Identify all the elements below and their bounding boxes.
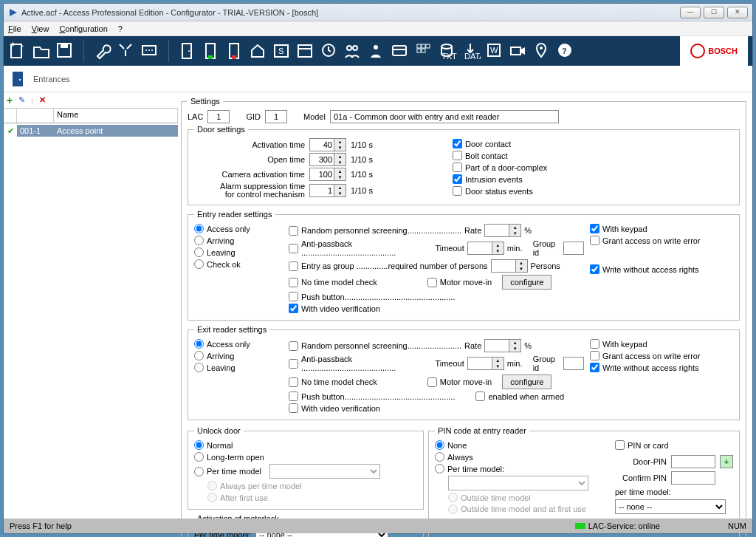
location-icon[interactable] (532, 41, 551, 61)
confirm-pin-field[interactable] (671, 471, 715, 485)
list-item[interactable]: ✔ 001-1 Access point (4, 123, 178, 138)
entry-motor-check[interactable] (427, 278, 437, 287)
wrench-icon[interactable] (93, 41, 112, 61)
help-icon[interactable]: ? (556, 41, 575, 61)
exit-write-check[interactable] (590, 363, 599, 372)
door-green-icon[interactable] (202, 41, 221, 61)
users-icon[interactable] (343, 41, 362, 61)
entry-timeout-spinner[interactable]: ▲▼ (467, 242, 504, 255)
pin-none-radio[interactable] (435, 440, 444, 450)
svg-point-9 (188, 50, 190, 52)
calendar-icon[interactable] (296, 41, 315, 61)
entry-leaving-radio[interactable] (194, 247, 204, 257)
entry-access-radio[interactable] (194, 224, 204, 233)
door-complex-check[interactable] (453, 163, 462, 172)
edit-button[interactable]: ✎ (18, 95, 25, 105)
pin-or-card-check[interactable] (615, 440, 625, 450)
exit-push-check[interactable] (289, 391, 298, 401)
exit-video-check[interactable] (289, 403, 298, 413)
bolt-contact-check[interactable] (453, 151, 462, 160)
clock-icon[interactable] (320, 41, 339, 61)
exit-grant-check[interactable] (590, 351, 599, 360)
db-icon[interactable]: TXT (438, 41, 457, 61)
door-red-icon[interactable] (225, 41, 244, 61)
intrusion-check[interactable] (453, 174, 462, 184)
menu-view[interactable]: View (32, 24, 49, 33)
open-time-spinner[interactable]: ▲▼ (309, 153, 346, 166)
exit-notime-check[interactable] (289, 377, 298, 387)
new-icon[interactable]: ✦ (8, 41, 27, 61)
lac-field[interactable] (207, 110, 230, 123)
door-pin-add-button[interactable]: + (720, 455, 733, 468)
keypad-icon[interactable] (414, 41, 433, 61)
menu-configuration[interactable]: Configuration (59, 24, 107, 33)
svg-rect-3 (61, 44, 68, 48)
door-status-check[interactable] (453, 186, 462, 196)
exit-groupid-field[interactable] (563, 357, 584, 370)
status-help: Press F1 for help (10, 521, 72, 530)
exit-leaving-radio[interactable] (194, 363, 204, 372)
entry-arriving-radio[interactable] (194, 236, 204, 245)
schedule-icon[interactable]: S (272, 41, 292, 61)
unlock-pertime-select (269, 464, 380, 479)
home-icon[interactable] (249, 41, 268, 61)
add-button[interactable]: + (7, 95, 13, 106)
save-icon[interactable] (55, 41, 75, 61)
entry-random-check[interactable] (289, 226, 298, 236)
entry-grant-check[interactable] (590, 236, 599, 245)
door-contact-check[interactable] (453, 139, 462, 148)
delete-button[interactable]: ✕ (39, 95, 46, 105)
log-icon[interactable]: W (485, 41, 504, 61)
entry-group-check[interactable] (289, 261, 298, 271)
unlock-normal-radio[interactable] (194, 440, 204, 450)
model-field[interactable] (330, 110, 559, 123)
entry-keypad-check[interactable] (590, 224, 599, 233)
card-icon[interactable] (391, 41, 410, 61)
entry-groupid-field[interactable] (563, 242, 584, 255)
close-button[interactable]: ✕ (727, 7, 748, 18)
exit-motor-check[interactable] (427, 377, 437, 387)
entry-rate-spinner[interactable]: ▲▼ (484, 224, 521, 237)
exit-arriving-radio[interactable] (194, 351, 204, 360)
activation-time-spinner[interactable]: ▲▼ (309, 138, 346, 151)
unlock-long-radio[interactable] (194, 452, 204, 462)
camera-time-spinner[interactable]: ▲▼ (309, 168, 346, 181)
menu-help[interactable]: ? (118, 24, 123, 33)
entry-checkok-radio[interactable] (194, 259, 204, 269)
exit-access-radio[interactable] (194, 339, 204, 349)
exit-random-check[interactable] (289, 341, 298, 351)
pin-pertime-radio[interactable] (435, 464, 444, 473)
menu-file[interactable]: File (8, 24, 21, 33)
panel-icon[interactable] (140, 41, 159, 61)
entry-configure-button[interactable]: configure (502, 275, 551, 290)
entry-video-check[interactable] (289, 304, 298, 313)
group-icon[interactable] (367, 41, 386, 61)
exit-configure-button[interactable]: configure (502, 374, 551, 389)
entry-persons-spinner[interactable]: ▲▼ (491, 259, 528, 273)
exit-keypad-check[interactable] (590, 339, 599, 349)
exit-rate-spinner[interactable]: ▲▼ (484, 339, 521, 352)
unlock-door-fieldset: Unlock door Normal Long-term open Per ti… (188, 426, 424, 510)
app-icon (8, 7, 18, 18)
unlock-pertime-radio[interactable] (194, 467, 204, 476)
exit-anti-check[interactable] (289, 359, 298, 369)
entry-push-check[interactable] (289, 292, 298, 301)
door-pin-field[interactable] (671, 455, 715, 468)
maximize-button[interactable]: ☐ (704, 7, 724, 18)
open-icon[interactable] (32, 41, 51, 61)
entry-anti-check[interactable] (289, 244, 298, 253)
door-icon[interactable] (178, 41, 197, 61)
pin-always-radio[interactable] (435, 452, 444, 462)
door-settings-fieldset: Door settings Activation time ▲▼ 1/10 s … (188, 125, 740, 205)
exit-timeout-spinner[interactable]: ▲▼ (467, 357, 504, 370)
alarm-time-spinner[interactable]: ▲▼ (309, 184, 346, 197)
pin-ptm-select[interactable]: -- none -- (615, 499, 726, 514)
exit-enabled-check[interactable] (475, 391, 485, 401)
minimize-button[interactable]: — (680, 7, 701, 18)
entry-notime-check[interactable] (289, 278, 298, 287)
export-icon[interactable]: DATA (461, 41, 481, 61)
entry-write-check[interactable] (590, 264, 599, 274)
gid-field[interactable] (265, 110, 287, 123)
tools-icon[interactable] (117, 41, 136, 61)
camera-icon[interactable] (509, 41, 528, 61)
